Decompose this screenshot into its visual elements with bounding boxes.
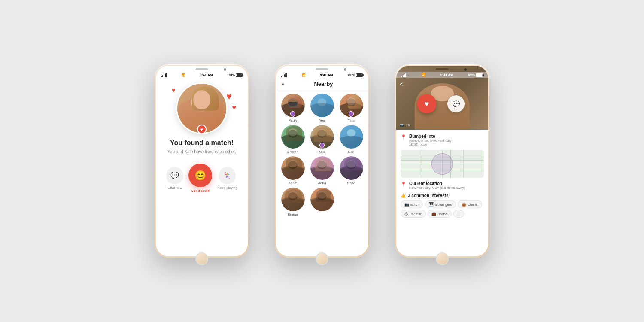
- battery-pct-1: 100%: [227, 73, 235, 76]
- match-subtitle: You and Kate have liked each other.: [167, 149, 236, 155]
- extra-avatar: [310, 188, 334, 211]
- battery-icon-3: [476, 73, 483, 77]
- wifi-icon-2: 📶: [302, 73, 306, 77]
- heart-float-2: ♥: [232, 104, 237, 112]
- guitar-icon: 🎹: [429, 202, 434, 207]
- rose-avatar: [340, 156, 363, 180]
- map-grid-v1: [422, 150, 422, 178]
- bumped-text: Bumped into Fifth Avenue, New York City …: [409, 134, 452, 146]
- person-pauly[interactable]: Pauly: [279, 94, 306, 122]
- back-button[interactable]: <: [400, 81, 403, 88]
- heart-badge: ♥: [197, 125, 207, 134]
- heart-float-1: ♥: [226, 91, 232, 102]
- wifi-icon-3: 📶: [422, 73, 426, 77]
- interests-count: 3 common interests: [408, 193, 448, 198]
- phone-detail: 📶 9:41 AM 100% < 📷 10: [395, 64, 489, 258]
- location-value: New York City, USA (0.6 miles away): [409, 186, 465, 190]
- pauly-avatar: [281, 94, 305, 117]
- phone-match: 📶 9:41 AM 100%: [155, 64, 249, 258]
- tag-pacman[interactable]: 🕹 Pacman: [401, 210, 426, 218]
- nearby-screen-content: ≡ Nearby: [276, 78, 368, 256]
- bumped-address: Fifth Avenue, New York City: [409, 139, 452, 143]
- guitar-label: Guitar gero: [435, 203, 452, 207]
- pauly-name: Pauly: [289, 118, 297, 122]
- speaker-3: [436, 68, 449, 70]
- signal-indicator: [161, 73, 167, 77]
- battery-2: 100%: [347, 73, 363, 77]
- you-avatar: [310, 94, 334, 117]
- tag-chanel[interactable]: 👜 Chanel: [458, 200, 482, 208]
- thumbs-up-icon: 👍: [401, 193, 406, 198]
- tag-guitar[interactable]: 🎹 Guitar gero: [425, 200, 456, 208]
- person-adam[interactable]: Adam: [279, 156, 306, 185]
- match-screen-content: ♥ ♥ ♥ ♥ You found a match! You and Kate …: [156, 78, 248, 256]
- tina-avatar: [340, 94, 363, 117]
- match-avatar-container: ♥ ♥ ♥ ♥: [176, 82, 228, 134]
- person-kate[interactable]: Kate: [309, 125, 335, 154]
- keep-playing-group: 🃏 Keep playing: [217, 167, 237, 190]
- sharon-avatar: [281, 125, 305, 149]
- home-button-3[interactable]: [436, 252, 449, 265]
- person-anna[interactable]: Anna: [309, 156, 335, 185]
- person-tina[interactable]: Tina: [338, 94, 365, 122]
- detail-header-image: < 📷 10 ♥ 💬: [396, 78, 488, 130]
- adam-avatar: [281, 156, 305, 180]
- nearby-grid: Pauly You: [276, 90, 368, 256]
- tag-badoo[interactable]: 💼 Badoo: [428, 210, 451, 218]
- bumped-label: Bumped into: [409, 134, 452, 139]
- person-emma[interactable]: Emma: [279, 188, 306, 216]
- nearby-screen: ≡ Nearby: [276, 78, 368, 256]
- keep-playing-button[interactable]: 🃏: [219, 167, 236, 184]
- phone-detail-inner: 📶 9:41 AM 100% < 📷 10: [396, 66, 488, 256]
- tag-more[interactable]: ···: [453, 210, 465, 218]
- person-dan[interactable]: Dan: [338, 125, 365, 154]
- chat-now-label: Chat now: [167, 186, 182, 190]
- match-title: You found a match!: [170, 139, 234, 147]
- hamburger-menu[interactable]: ≡: [281, 81, 284, 87]
- person-sharon[interactable]: Sharon: [279, 125, 306, 154]
- adam-name: Adam: [289, 181, 298, 185]
- bumped-time: 10:02 today: [409, 143, 452, 146]
- speaker: [195, 68, 208, 70]
- phone-top-3: [396, 66, 488, 72]
- emma-avatar: [281, 188, 305, 211]
- status-time-1: 9:41 AM: [200, 73, 213, 77]
- person-you[interactable]: You: [309, 94, 335, 122]
- camera-2: [344, 68, 346, 71]
- send-smile-button[interactable]: 😊: [188, 164, 212, 187]
- pacman-icon: 🕹: [404, 212, 408, 216]
- heart-float-3: ♥: [172, 87, 175, 94]
- status-time-2: 9:41 AM: [320, 73, 333, 77]
- detail-heart-button[interactable]: ♥: [417, 94, 437, 114]
- keep-playing-label: Keep playing: [217, 186, 237, 190]
- home-button-2[interactable]: [316, 252, 328, 265]
- chat-now-button[interactable]: 💬: [166, 167, 183, 184]
- battery-icon-1: [236, 73, 243, 77]
- rose-name: Rose: [347, 181, 355, 185]
- nearby-title: Nearby: [284, 81, 363, 87]
- badoo-label: Badoo: [437, 212, 447, 216]
- person-extra[interactable]: [309, 188, 335, 216]
- borch-icon: 📷: [404, 202, 409, 207]
- person-rose[interactable]: Rose: [338, 156, 365, 185]
- camera: [224, 68, 226, 71]
- chanel-label: Chanel: [468, 203, 478, 207]
- borch-label: Borch: [410, 203, 419, 207]
- sharon-name: Sharon: [287, 150, 298, 154]
- status-bar-2: 📶 9:41 AM 100%: [276, 72, 368, 78]
- home-button-1[interactable]: [195, 252, 208, 265]
- chat-now-group: 💬 Chat now: [166, 167, 183, 190]
- detail-chat-button[interactable]: 💬: [447, 95, 465, 112]
- dan-name: Dan: [348, 150, 355, 154]
- status-time-3: 9:41 AM: [440, 73, 453, 77]
- current-location-section: 📍 Current location New York City, USA (0…: [401, 181, 484, 190]
- phone-top: [156, 66, 248, 72]
- detail-body: 📍 Bumped into Fifth Avenue, New York Cit…: [396, 130, 488, 256]
- tag-borch[interactable]: 📷 Borch: [401, 200, 423, 208]
- wifi-icon: 📶: [182, 73, 185, 77]
- detail-map: [401, 150, 484, 178]
- phone-top-2: [276, 66, 368, 72]
- pacman-label: Pacman: [410, 212, 422, 216]
- phone-nearby-inner: 📶 9:41 AM 100% ≡ Nearby: [276, 66, 368, 256]
- battery-icon-2: [356, 73, 363, 77]
